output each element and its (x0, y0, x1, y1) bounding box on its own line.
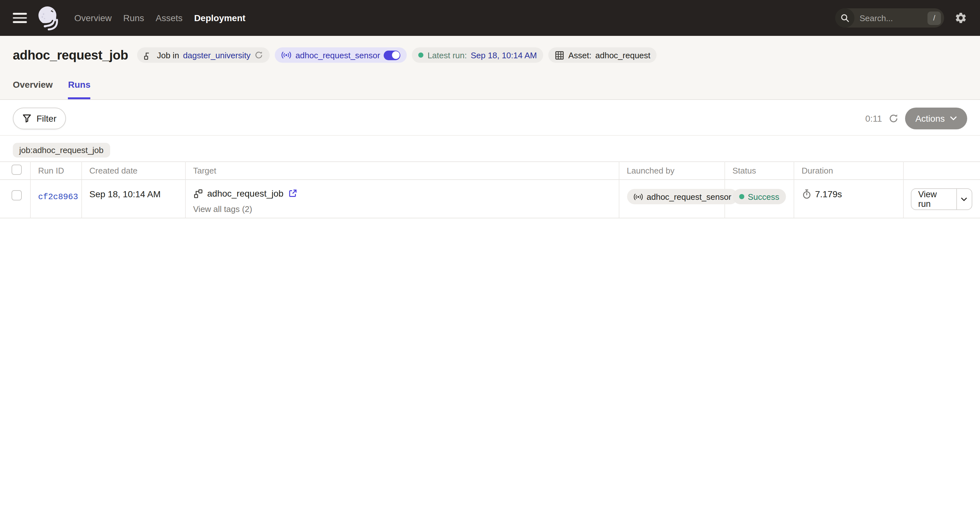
status-dot (739, 194, 744, 199)
search-icon (835, 8, 854, 27)
chevron-down-icon (961, 197, 967, 201)
latest-run-badge: Latest run: Sep 18, 10:14 AM (412, 48, 544, 63)
actions-button-label: Actions (915, 113, 945, 124)
table-header-row: Run ID Created date Target Launched by S… (0, 162, 980, 180)
table-row: cf2c8963 Sep 18, 10:14 AM adhoc_request_… (0, 180, 980, 218)
row-checkbox[interactable] (11, 190, 22, 200)
latest-run-status-dot (418, 52, 424, 58)
nav-assets[interactable]: Assets (156, 13, 183, 23)
sensor-icon (633, 192, 643, 201)
top-nav: Overview Runs Assets Deployment Search..… (0, 0, 980, 36)
asset-badge: Asset: adhoc_request (549, 48, 657, 63)
col-launched-by: Launched by (619, 162, 724, 180)
filter-tag[interactable]: job:adhoc_request_job (13, 143, 110, 157)
view-run-split-button: View run (910, 188, 972, 210)
asset-link[interactable]: adhoc_request (595, 50, 651, 60)
run-id-link[interactable]: cf2c8963 (38, 192, 78, 202)
view-all-tags-link[interactable]: View all tags (2) (193, 204, 252, 214)
runs-toolbar: Filter 0:11 Actions (0, 100, 980, 136)
page-title: adhoc_request_job (13, 48, 128, 62)
open-in-new-icon[interactable] (288, 189, 297, 198)
created-date: Sep 18, 10:14 AM (89, 189, 161, 199)
col-status: Status (724, 162, 794, 180)
job-icon (193, 189, 203, 198)
actions-button[interactable]: Actions (905, 108, 967, 129)
filter-button[interactable]: Filter (13, 108, 66, 129)
target-job-link[interactable]: adhoc_request_job (207, 188, 283, 199)
duration-value: 7.179s (815, 189, 842, 199)
refresh-countdown: 0:11 (865, 113, 882, 124)
col-run-id: Run ID (30, 162, 81, 180)
col-created-date: Created date (81, 162, 185, 180)
stopwatch-icon (802, 189, 811, 199)
dagster-octopus-icon (36, 5, 60, 31)
menu-icon[interactable] (13, 13, 27, 23)
nav-runs[interactable]: Runs (123, 13, 144, 23)
reload-location-icon[interactable] (254, 51, 263, 60)
filter-funnel-icon (22, 114, 31, 123)
job-icon (143, 50, 153, 60)
select-all-checkbox[interactable] (11, 165, 22, 175)
col-actions (903, 162, 980, 180)
sensor-icon (281, 51, 291, 60)
latest-run-link[interactable]: Sep 18, 10:14 AM (471, 50, 537, 60)
latest-run-label: Latest run: (428, 50, 467, 60)
dagster-logo[interactable] (36, 5, 60, 31)
runs-table: Run ID Created date Target Launched by S… (0, 161, 980, 218)
app: Overview Runs Assets Deployment Search..… (0, 0, 980, 520)
filter-button-label: Filter (37, 113, 56, 124)
search-placeholder: Search... (854, 13, 928, 23)
search-input[interactable]: Search... / (835, 8, 944, 27)
code-location-link[interactable]: dagster_university (183, 50, 250, 60)
asset-grid-icon (555, 50, 565, 60)
gear-icon[interactable] (955, 11, 967, 24)
launched-by-pill[interactable]: adhoc_request_sensor (627, 189, 738, 204)
page-tabs: Overview Runs (13, 80, 967, 99)
header-badges: Job in dagster_university adhoc_request_… (137, 48, 657, 63)
tab-overview[interactable]: Overview (13, 80, 53, 99)
status-badge: Success (732, 189, 786, 204)
status-label: Success (748, 192, 779, 201)
col-duration: Duration (794, 162, 903, 180)
job-location-badge: Job in dagster_university (137, 48, 270, 63)
view-run-button[interactable]: View run (911, 189, 956, 210)
asset-badge-label: Asset: (568, 50, 592, 60)
job-badge-prefix: Job in (157, 50, 179, 60)
launched-by-label: adhoc_request_sensor (647, 192, 732, 201)
sensor-badge: adhoc_request_sensor (275, 48, 407, 63)
main-nav: Overview Runs Assets Deployment (74, 13, 245, 23)
applied-filters-row: job:adhoc_request_job (0, 136, 980, 161)
search-shortcut-key: / (928, 11, 941, 25)
page-header: adhoc_request_job Job in dagster_univers… (0, 36, 980, 100)
nav-deployment[interactable]: Deployment (194, 13, 245, 23)
chevron-down-icon (950, 116, 957, 121)
col-target: Target (185, 162, 619, 180)
view-run-dropdown-button[interactable] (956, 189, 972, 210)
sensor-toggle[interactable] (384, 50, 401, 60)
nav-overview[interactable]: Overview (74, 13, 112, 23)
refresh-icon[interactable] (888, 113, 899, 124)
sensor-link[interactable]: adhoc_request_sensor (295, 50, 380, 60)
tab-runs[interactable]: Runs (68, 80, 91, 99)
